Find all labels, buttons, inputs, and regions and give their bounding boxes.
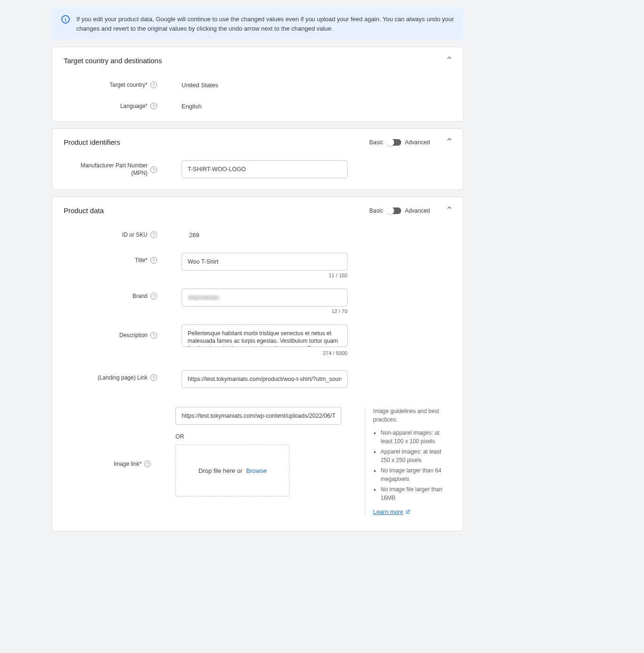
learn-more-link[interactable]: Learn more xyxy=(373,508,411,517)
help-icon[interactable]: ? xyxy=(150,293,157,299)
collapse-icon[interactable] xyxy=(445,54,454,64)
help-icon[interactable]: ? xyxy=(150,103,157,109)
info-icon: i xyxy=(61,15,70,24)
image-dropzone[interactable]: Drop file here or Browse xyxy=(175,445,289,496)
image-link-input[interactable] xyxy=(175,407,341,425)
label-image-link: Image link* xyxy=(114,461,141,467)
label-target-country: Target country* xyxy=(109,82,148,88)
label-brand: Brand xyxy=(132,293,148,299)
help-icon[interactable]: ? xyxy=(150,257,157,264)
external-link-icon xyxy=(405,509,411,515)
collapse-icon[interactable] xyxy=(445,204,454,214)
value-target-country: United States xyxy=(163,82,218,89)
label-link: (Landing page) Link xyxy=(98,374,148,381)
guideline-item: Apparel images: at least 250 x 250 pixel… xyxy=(380,447,452,464)
label-mpn: Manufacturer Part Number (MPN) xyxy=(64,162,148,177)
section-identifiers: Product identifiers Basic Advanced Manuf… xyxy=(52,128,463,190)
help-icon[interactable]: ? xyxy=(150,374,157,381)
label-sku: ID or SKU xyxy=(122,231,148,238)
basic-advanced-toggle[interactable] xyxy=(387,207,401,214)
section-target: Target country and destinations Target c… xyxy=(52,47,463,122)
value-sku: 269 xyxy=(163,231,199,239)
help-icon[interactable]: ? xyxy=(144,461,151,467)
browse-link[interactable]: Browse xyxy=(246,467,266,474)
guideline-item: No image file larger than 16MB xyxy=(380,485,452,502)
title-counter: 11 / 150 xyxy=(182,273,347,278)
description-counter: 274 / 5000 xyxy=(182,350,347,356)
section-title: Product identifiers xyxy=(64,138,120,146)
guideline-item: Non-apparel images: at least 100 x 100 p… xyxy=(380,429,452,446)
label-description: Description xyxy=(119,332,148,339)
help-icon[interactable]: ? xyxy=(150,231,157,238)
label-language: Language* xyxy=(120,103,148,109)
link-input[interactable] xyxy=(182,370,347,388)
dropzone-text: Drop file here or xyxy=(198,467,242,474)
toggle-label-advanced: Advanced xyxy=(405,207,430,214)
toggle-label-basic: Basic xyxy=(369,207,383,214)
toggle-label-advanced: Advanced xyxy=(405,139,430,146)
label-title: Title* xyxy=(135,257,148,264)
section-product-data: Product data Basic Advanced ID or SKU ? … xyxy=(52,197,463,531)
info-banner-text: If you edit your product data, Google wi… xyxy=(76,15,454,33)
help-icon[interactable]: ? xyxy=(150,332,157,339)
value-language: English xyxy=(163,103,202,110)
help-icon[interactable]: ? xyxy=(150,166,157,173)
toggle-label-basic: Basic xyxy=(369,139,383,146)
collapse-icon[interactable] xyxy=(445,135,454,145)
section-title: Target country and destinations xyxy=(64,57,162,65)
mpn-input[interactable] xyxy=(182,160,347,178)
brand-counter: 12 / 70 xyxy=(182,308,347,314)
title-input[interactable] xyxy=(182,253,347,271)
basic-advanced-toggle[interactable] xyxy=(387,139,401,146)
info-banner: i If you edit your product data, Google … xyxy=(52,8,463,40)
brand-input[interactable] xyxy=(182,289,347,306)
guideline-item: No image larger than 64 megapixels xyxy=(380,466,452,483)
or-label: OR xyxy=(175,433,341,440)
guidelines-title: Image guidelines and best practices: xyxy=(373,407,452,424)
image-guidelines: Image guidelines and best practices: Non… xyxy=(365,407,452,517)
section-title: Product data xyxy=(64,207,104,215)
help-icon[interactable]: ? xyxy=(150,82,157,88)
description-input[interactable] xyxy=(182,324,347,347)
